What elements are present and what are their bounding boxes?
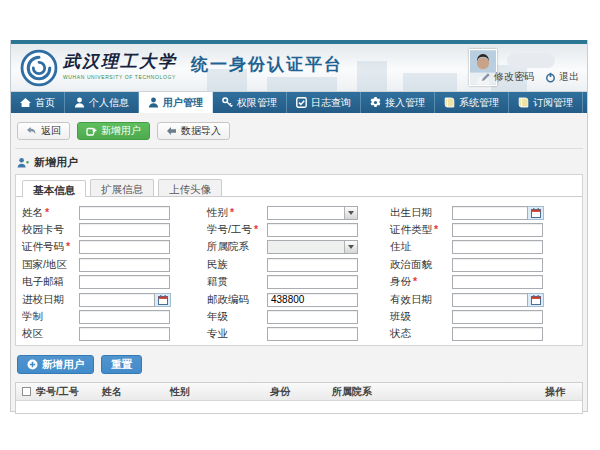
new-user-form-panel: 基本信息 扩展信息 上传头像 姓名* 性别* 出生日期 <box>15 174 583 346</box>
field-label: 校区 <box>22 327 79 341</box>
pencil-icon <box>481 72 491 82</box>
university-name-en: WUHAN UNIVERSITY OF TECHNOLOGY <box>63 74 177 80</box>
reset-button[interactable]: 重置 <box>101 355 142 374</box>
valid-date-input[interactable] <box>452 293 528 307</box>
postal-code-input[interactable] <box>267 293 358 307</box>
column-header-gender: 性别 <box>170 385 270 399</box>
nav-tab-log-query[interactable]: 日志查询 <box>287 92 361 113</box>
users-table: 学号/工号 姓名 性别 身份 所属院系 操作 <box>15 382 583 414</box>
birth-date-input[interactable] <box>452 206 528 220</box>
chevron-down-icon <box>344 207 357 219</box>
nav-tab-home[interactable]: 首页 <box>11 92 65 113</box>
city-silhouette <box>357 61 387 91</box>
field-label: 国家/地区 <box>22 258 79 272</box>
change-password-link[interactable]: 修改密码 <box>481 70 534 84</box>
field-department: 所属院系 <box>207 240 390 254</box>
form-tab-upload-avatar[interactable]: 上传头像 <box>158 179 222 196</box>
student-id-input[interactable] <box>267 223 358 237</box>
power-icon <box>545 72 556 83</box>
field-label: 年级 <box>207 310 267 324</box>
address-input[interactable] <box>452 240 543 254</box>
campus-card-input[interactable] <box>79 223 170 237</box>
header-links: 修改密码 退出 <box>481 70 579 84</box>
major-input[interactable] <box>267 327 358 341</box>
field-valid-date: 有效日期 <box>390 293 582 307</box>
required-marker: * <box>66 240 70 252</box>
department-select[interactable] <box>267 240 358 254</box>
identity-input[interactable] <box>452 275 543 289</box>
data-import-button[interactable]: 数据导入 <box>157 122 230 140</box>
change-password-label: 修改密码 <box>494 70 534 84</box>
political-status-input[interactable] <box>452 258 543 272</box>
status-input[interactable] <box>452 327 543 341</box>
brand-block: 武汉理工大学 WUHAN UNIVERSITY OF TECHNOLOGY 统一… <box>63 50 343 80</box>
required-marker: * <box>434 223 438 235</box>
submit-add-user-button[interactable]: 新增用户 <box>17 355 94 374</box>
email-input[interactable] <box>79 275 170 289</box>
field-ethnicity: 民族 <box>207 258 390 272</box>
university-name: 武汉理工大学 WUHAN UNIVERSITY OF TECHNOLOGY <box>63 50 177 80</box>
column-header-identity: 身份 <box>270 385 332 399</box>
required-marker: * <box>413 275 417 287</box>
form-tab-extended-info[interactable]: 扩展信息 <box>90 179 154 196</box>
calendar-icon[interactable] <box>528 293 544 307</box>
log-check-icon <box>296 97 307 108</box>
id-type-input[interactable] <box>452 223 543 237</box>
nav-tab-label: 权限管理 <box>237 96 277 110</box>
native-place-input[interactable] <box>267 275 358 289</box>
field-campus: 校区 <box>22 327 207 341</box>
field-political-status: 政治面貌 <box>390 258 582 272</box>
content-area: 返回 新增用户 数据导入 新增用户 基本信息 扩展信息 上传头像 <box>11 113 587 411</box>
logout-label: 退出 <box>559 70 579 84</box>
nav-tab-personal-info[interactable]: 个人信息 <box>65 92 139 113</box>
field-address: 住址 <box>390 240 582 254</box>
nav-tab-label: 个人信息 <box>89 96 129 110</box>
field-label: 住址 <box>390 240 452 254</box>
class-input[interactable] <box>452 310 543 324</box>
field-label: 校园卡号 <box>22 223 79 237</box>
book-icon <box>518 97 529 108</box>
field-label: 证件号码* <box>22 240 79 254</box>
grade-input[interactable] <box>267 310 358 324</box>
field-label: 所属院系 <box>207 240 267 254</box>
key-icon <box>222 97 233 108</box>
nav-tab-subscription-management[interactable]: 订阅管理 <box>509 92 583 113</box>
schooling-length-input[interactable] <box>79 310 170 324</box>
back-button-label: 返回 <box>41 124 61 138</box>
field-campus-card: 校园卡号 <box>22 223 207 237</box>
gear-icon <box>370 97 381 108</box>
field-label: 证件类型* <box>390 223 452 237</box>
form-tab-basic-info[interactable]: 基本信息 <box>22 180 86 197</box>
select-all-checkbox[interactable] <box>22 387 31 396</box>
gender-select[interactable] <box>267 206 358 220</box>
field-id-number: 证件号码* <box>22 240 207 254</box>
form-row: 电子邮箱 籍贯 身份* <box>16 274 582 291</box>
nav-tab-access-management[interactable]: 接入管理 <box>361 92 435 113</box>
field-label: 邮政编码 <box>207 293 267 307</box>
field-id-type: 证件类型* <box>390 223 582 237</box>
field-status: 状态 <box>390 327 582 341</box>
form-fields: 姓名* 性别* 出生日期 校园卡号 <box>16 197 582 343</box>
back-button[interactable]: 返回 <box>17 122 70 140</box>
add-user-toolbar-button[interactable]: 新增用户 <box>77 122 150 140</box>
table-empty-row <box>16 401 582 413</box>
nav-tab-system-management[interactable]: 系统管理 <box>435 92 509 113</box>
id-number-input[interactable] <box>79 240 170 254</box>
logout-link[interactable]: 退出 <box>545 70 579 84</box>
country-input[interactable] <box>79 258 170 272</box>
campus-input[interactable] <box>79 327 170 341</box>
field-schooling-length: 学制 <box>22 310 207 324</box>
field-postal-code: 邮政编码 <box>207 293 390 307</box>
university-name-cn: 武汉理工大学 <box>63 50 177 73</box>
calendar-icon[interactable] <box>155 293 171 307</box>
submit-button-label: 新增用户 <box>42 358 84 372</box>
name-input[interactable] <box>79 206 170 220</box>
university-logo-icon <box>20 49 58 87</box>
ethnicity-input[interactable] <box>267 258 358 272</box>
field-label: 状态 <box>390 327 452 341</box>
field-label: 出生日期 <box>390 206 452 220</box>
nav-tab-user-management[interactable]: 用户管理 <box>139 92 213 113</box>
enrollment-date-input[interactable] <box>79 293 155 307</box>
calendar-icon[interactable] <box>528 206 544 220</box>
nav-tab-permission-management[interactable]: 权限管理 <box>213 92 287 113</box>
